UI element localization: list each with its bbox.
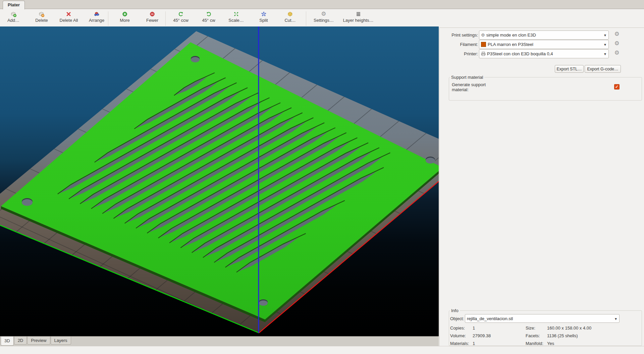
materials-label: Materials: bbox=[450, 341, 469, 346]
3d-viewport[interactable] bbox=[0, 26, 439, 336]
arrange-button-label: Arrange bbox=[89, 18, 104, 23]
arrange-button[interactable]: Arrange bbox=[87, 10, 106, 26]
copies-label: Copies: bbox=[450, 326, 465, 331]
chevron-down-icon: ▾ bbox=[615, 316, 617, 321]
add-button-label: Add… bbox=[7, 18, 19, 23]
chevron-down-icon: ▾ bbox=[604, 42, 606, 47]
filament-color-swatch bbox=[481, 42, 486, 47]
copies-value: 1 bbox=[473, 326, 475, 331]
toolbar-separator bbox=[108, 11, 108, 26]
export-gcode-button[interactable]: Export G-code… bbox=[585, 65, 621, 73]
settings-button[interactable]: ⚙ Settings… bbox=[312, 10, 336, 26]
print-settings-label: Print settings: bbox=[440, 33, 478, 38]
printer-gear-button[interactable]: ⚙ bbox=[613, 50, 621, 57]
printer-icon bbox=[481, 52, 486, 56]
more-button[interactable]: More bbox=[118, 10, 132, 26]
cut-button[interactable]: Cut… bbox=[282, 10, 298, 26]
filament-gear-button[interactable]: ⚙ bbox=[613, 41, 621, 48]
facets-value: 1136 (25 shells) bbox=[547, 333, 578, 338]
layer-heights-button-label: Layer heights… bbox=[343, 18, 373, 23]
volume-value: 27909.38 bbox=[473, 333, 491, 338]
screw-hole bbox=[426, 157, 435, 164]
notebook-tab-strip: Plater bbox=[0, 0, 644, 9]
export-stl-button[interactable]: Export STL… bbox=[555, 65, 584, 73]
tab-3d[interactable]: 3D bbox=[1, 337, 14, 346]
manifold-value: Yes bbox=[547, 341, 554, 346]
object-value: rejilla_de_ventilacion.stl bbox=[467, 316, 513, 321]
settings-gear-icon: ⚙ bbox=[321, 11, 326, 17]
toolbar-separator bbox=[306, 11, 306, 26]
layer-heights-button[interactable]: Layer heights… bbox=[341, 10, 375, 26]
delete-box-icon bbox=[39, 11, 44, 17]
tab-layers[interactable]: Layers bbox=[51, 337, 71, 345]
plater-toolbar: Add… Delete Delete All Arrange More Fewe… bbox=[0, 9, 644, 28]
tab-preview[interactable]: Preview bbox=[27, 337, 50, 345]
rotate-ccw-button-label: 45° ccw bbox=[173, 18, 189, 23]
cut-icon bbox=[287, 11, 293, 17]
preset-icon: ⚙ bbox=[481, 33, 485, 37]
add-box-icon bbox=[10, 11, 16, 17]
settings-panel: Print settings: ⚙ simple mode en clon E3… bbox=[439, 28, 644, 346]
fewer-button[interactable]: Fewer bbox=[144, 10, 160, 26]
add-button[interactable]: Add… bbox=[5, 10, 21, 26]
screw-hole bbox=[191, 56, 200, 62]
arrange-icon bbox=[94, 11, 100, 17]
gear-icon: ⚙ bbox=[614, 50, 619, 56]
fewer-button-label: Fewer bbox=[146, 18, 158, 23]
chevron-down-icon: ▾ bbox=[604, 33, 606, 38]
filament-label: Filament: bbox=[440, 42, 478, 47]
print-settings-gear-button[interactable]: ⚙ bbox=[613, 31, 621, 39]
support-material-title: Support material bbox=[450, 75, 484, 80]
view-mode-tabs: 3D 2D Preview Layers bbox=[0, 336, 439, 346]
materials-value: 1 bbox=[473, 341, 475, 346]
toolbar-separator bbox=[165, 11, 166, 26]
screw-hole bbox=[22, 198, 33, 206]
gear-icon: ⚙ bbox=[614, 40, 619, 47]
screw-hole bbox=[259, 299, 268, 306]
filament-select[interactable]: PLA marron en P3Steel ▾ bbox=[479, 40, 609, 49]
size-value: 160.00 x 158.00 x 4.00 bbox=[547, 326, 591, 331]
more-icon bbox=[122, 11, 127, 17]
cut-button-label: Cut… bbox=[284, 18, 296, 23]
printer-value: P3Steel con clon E3D boquilla 0,4 bbox=[487, 51, 553, 56]
print-settings-select[interactable]: ⚙ simple mode en clon E3D ▾ bbox=[479, 31, 609, 40]
generate-support-label-line2: material: bbox=[452, 87, 469, 92]
delete-all-button-label: Delete All bbox=[60, 18, 78, 23]
manifold-label: Manifold: bbox=[526, 341, 543, 346]
delete-button[interactable]: Delete bbox=[33, 10, 50, 26]
scale-button-label: Scale… bbox=[228, 18, 244, 23]
tab-2d[interactable]: 2D bbox=[14, 337, 27, 345]
rotate-ccw-icon bbox=[178, 11, 183, 17]
object-select[interactable]: rejilla_de_ventilacion.stl ▾ bbox=[465, 314, 620, 323]
rotate-cw-button[interactable]: 45° cw bbox=[200, 10, 217, 26]
printer-label: Printer: bbox=[440, 51, 478, 56]
rotate-cw-button-label: 45° cw bbox=[202, 18, 215, 23]
info-title: Info bbox=[450, 308, 460, 313]
delete-all-button[interactable]: Delete All bbox=[58, 10, 80, 26]
object-label: Object: bbox=[450, 316, 464, 321]
print-settings-value: simple mode en clon E3D bbox=[486, 33, 536, 38]
rotate-ccw-button[interactable]: 45° ccw bbox=[171, 10, 191, 26]
support-material-group: Support material Generate support materi… bbox=[449, 77, 642, 101]
split-button-label: Split bbox=[259, 18, 268, 23]
split-icon bbox=[261, 11, 266, 17]
chevron-down-icon: ▾ bbox=[604, 52, 606, 56]
settings-button-label: Settings… bbox=[314, 18, 334, 23]
scale-button[interactable]: Scale… bbox=[226, 10, 246, 26]
status-bar bbox=[0, 346, 644, 354]
more-button-label: More bbox=[120, 18, 130, 23]
generate-support-label-line1: Generate support bbox=[452, 82, 486, 87]
generate-support-checkbox[interactable]: ✓ bbox=[614, 84, 620, 90]
size-label: Size: bbox=[526, 326, 535, 331]
delete-all-icon bbox=[66, 11, 71, 17]
fewer-icon bbox=[150, 11, 155, 17]
tab-plater[interactable]: Plater bbox=[3, 1, 25, 9]
gear-icon: ⚙ bbox=[614, 31, 619, 37]
delete-button-label: Delete bbox=[35, 18, 48, 23]
volume-label: Volume: bbox=[450, 333, 466, 338]
info-group: Info Object: rejilla_de_ventilacion.stl … bbox=[449, 310, 642, 346]
printer-select[interactable]: P3Steel con clon E3D boquilla 0,4 ▾ bbox=[479, 49, 609, 58]
split-button[interactable]: Split bbox=[257, 10, 270, 26]
filament-value: PLA marron en P3Steel bbox=[488, 42, 533, 47]
layer-heights-icon bbox=[356, 11, 361, 17]
